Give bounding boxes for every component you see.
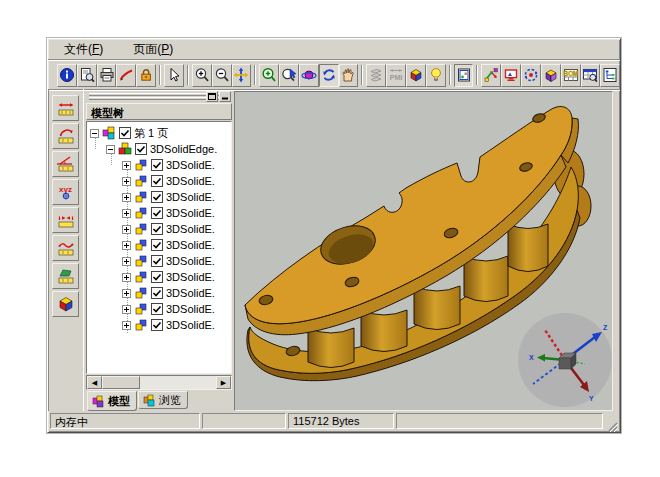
print-preview-button[interactable]	[77, 64, 97, 87]
measure-radius-button[interactable]	[52, 123, 79, 149]
rotate-button[interactable]	[319, 64, 339, 87]
expand-icon[interactable]	[122, 177, 131, 186]
lighting-button[interactable]	[426, 64, 446, 87]
part-node-icon	[134, 222, 148, 236]
tree-row-part[interactable]: 3DSolidE.	[87, 221, 231, 237]
checkbox-checked[interactable]	[151, 271, 163, 283]
screen-capture-button[interactable]	[501, 64, 521, 87]
tree-row-part[interactable]: 3DSolidE.	[87, 253, 231, 269]
pmi-button[interactable]: PMI	[386, 64, 406, 87]
status-memory: 内存中	[50, 413, 200, 429]
checkbox-checked[interactable]	[151, 207, 163, 219]
panel-hide-button[interactable]	[219, 91, 231, 102]
solid-box-button[interactable]	[541, 64, 561, 87]
checkbox-checked[interactable]	[151, 175, 163, 187]
redline-button[interactable]	[116, 64, 136, 87]
expand-icon[interactable]	[122, 225, 131, 234]
measure-gap-button[interactable]	[52, 207, 79, 233]
orbit-button[interactable]	[299, 64, 319, 87]
stamp-button[interactable]	[136, 64, 156, 87]
part-node-icon	[134, 286, 148, 300]
resize-grip[interactable]	[605, 419, 618, 432]
zoom-in-button[interactable]	[192, 64, 212, 87]
tab-browse[interactable]: 浏览	[138, 391, 188, 409]
tree-tabs: 模型 浏览	[85, 390, 233, 411]
layers-button[interactable]	[366, 64, 386, 87]
expand-icon[interactable]	[122, 305, 131, 314]
select-cursor-button[interactable]	[164, 64, 184, 87]
pan-button[interactable]	[232, 64, 252, 87]
scroll-track[interactable]	[140, 376, 216, 389]
info-button[interactable]	[57, 64, 77, 87]
checkbox-checked[interactable]	[151, 191, 163, 203]
zoom-window-button[interactable]	[259, 64, 279, 87]
measure-distance-button[interactable]	[52, 95, 79, 121]
zoom-pointer-button[interactable]	[279, 64, 299, 87]
tree-row-part[interactable]: 3DSolidE.	[87, 157, 231, 173]
measure-volume-button[interactable]	[52, 291, 79, 317]
views-cube-button[interactable]	[406, 64, 426, 87]
collapse-icon[interactable]	[90, 129, 99, 138]
measure-distance-icon	[57, 99, 75, 117]
expand-icon[interactable]	[122, 273, 131, 282]
checkbox-checked[interactable]	[135, 143, 147, 155]
status-bytes: 115712 Bytes	[288, 413, 394, 429]
checkbox-checked[interactable]	[151, 159, 163, 171]
zoom-out-icon	[214, 67, 230, 83]
tree-row-part[interactable]: 3DSolidE.	[87, 301, 231, 317]
expand-icon[interactable]	[122, 257, 131, 266]
tree-row-part[interactable]: 3DSolidE.	[87, 173, 231, 189]
measure-curve-length-button[interactable]	[52, 235, 79, 261]
monitor-icon	[503, 67, 519, 83]
tree-row-part[interactable]: 3DSolidE.	[87, 269, 231, 285]
browser-tree-button[interactable]	[600, 64, 620, 87]
measure-area-button[interactable]	[52, 263, 79, 289]
assembly-structure-icon	[483, 67, 499, 83]
tree-row-part[interactable]: 3DSolidE.	[87, 189, 231, 205]
panel-restore-button[interactable]	[206, 91, 218, 102]
table-search-button[interactable]	[581, 64, 601, 87]
status-panel-2	[202, 413, 286, 429]
update-view-icon	[523, 67, 539, 83]
update-view-button[interactable]	[521, 64, 541, 87]
drawing-sheet-button[interactable]	[454, 64, 474, 87]
tree-row-assembly[interactable]: 3DSolidEdge.	[87, 141, 231, 157]
checkbox-checked[interactable]	[151, 239, 163, 251]
tree-row-part[interactable]: 3DSolidE.	[87, 237, 231, 253]
tree-row-part[interactable]: 3DSolidE.	[87, 205, 231, 221]
print-button[interactable]	[97, 64, 117, 87]
checkbox-checked[interactable]	[151, 287, 163, 299]
scroll-right-button[interactable]: ▶	[216, 376, 231, 389]
menu-file[interactable]: 文件(F)	[62, 40, 105, 59]
assembly-structure-button[interactable]	[481, 64, 501, 87]
panel-gripper[interactable]	[85, 89, 233, 103]
expand-icon[interactable]	[122, 209, 131, 218]
expand-icon[interactable]	[122, 321, 131, 330]
viewport-3d[interactable]: Z Y X	[234, 91, 613, 411]
measure-angle-button[interactable]	[52, 151, 79, 177]
scroll-thumb[interactable]	[102, 376, 140, 389]
checkbox-checked[interactable]	[119, 127, 131, 139]
expand-icon[interactable]	[122, 193, 131, 202]
tree-row-page[interactable]: 第 1 页	[87, 125, 231, 141]
tab-label: 模型	[108, 394, 130, 409]
bom-button[interactable]: BOM	[561, 64, 581, 87]
menu-page[interactable]: 页面(P)	[131, 40, 175, 59]
orientation-gizmo[interactable]: Z Y X	[518, 313, 612, 407]
checkbox-checked[interactable]	[151, 319, 163, 331]
tree-horizontal-scrollbar[interactable]: ◀ ▶	[86, 375, 232, 390]
scroll-left-button[interactable]: ◀	[87, 376, 102, 389]
expand-icon[interactable]	[122, 241, 131, 250]
expand-icon[interactable]	[122, 289, 131, 298]
expand-icon[interactable]	[122, 161, 131, 170]
hand-pan-button[interactable]	[339, 64, 359, 87]
tree-row-part[interactable]: 3DSolidE.	[87, 317, 231, 333]
checkbox-checked[interactable]	[151, 303, 163, 315]
tab-model[interactable]: 模型	[87, 391, 137, 411]
checkbox-checked[interactable]	[151, 255, 163, 267]
tree-row-part[interactable]: 3DSolidE.	[87, 285, 231, 301]
zoom-out-button[interactable]	[212, 64, 232, 87]
checkbox-checked[interactable]	[151, 223, 163, 235]
measure-coordinate-button[interactable]: xyz	[52, 179, 79, 205]
collapse-icon[interactable]	[106, 145, 115, 154]
